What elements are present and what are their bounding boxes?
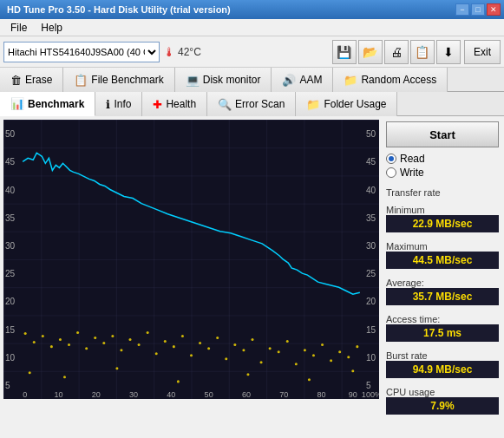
svg-point-53 (199, 342, 201, 344)
tab-error-scan[interactable]: 🔍 Error Scan (207, 92, 296, 116)
average-value: 35.7 MB/sec (386, 288, 499, 305)
svg-point-66 (312, 354, 315, 356)
svg-point-46 (138, 343, 141, 346)
svg-text:100%: 100% (362, 390, 379, 399)
svg-point-34 (33, 341, 36, 343)
help-menu[interactable]: Help (34, 20, 69, 36)
download-icon-button[interactable]: ⬇ (436, 40, 461, 64)
svg-text:25: 25 (366, 269, 376, 278)
svg-point-71 (356, 345, 358, 348)
svg-text:45: 45 (5, 157, 16, 167)
svg-text:30: 30 (366, 241, 376, 251)
print-icon-button[interactable]: 🖨 (384, 40, 409, 64)
tab-aam-label: AAM (299, 74, 322, 86)
svg-point-57 (233, 343, 236, 346)
transfer-rate-label: Transfer rate (386, 187, 499, 198)
average-label: Average: (386, 278, 499, 288)
maximize-button[interactable]: □ (471, 3, 485, 16)
svg-point-76 (246, 373, 249, 376)
svg-text:15: 15 (366, 325, 376, 335)
svg-point-63 (286, 340, 289, 343)
svg-point-62 (278, 350, 280, 353)
burst-rate-stat: Burst rate 94.9 MB/sec (386, 347, 499, 378)
svg-text:10: 10 (366, 353, 376, 363)
svg-point-69 (338, 350, 341, 353)
svg-point-65 (304, 349, 306, 351)
burst-rate-value: 94.9 MB/sec (386, 361, 499, 378)
write-radio-button[interactable] (386, 167, 396, 178)
svg-point-50 (173, 345, 175, 348)
health-icon: ✚ (153, 98, 162, 111)
tab-health[interactable]: ✚ Health (142, 92, 207, 116)
random-access-icon: 📁 (344, 74, 357, 87)
tab-info[interactable]: ℹ Info (95, 92, 142, 116)
main-content: MB/sec ms trial version 50 45 40 35 30 2… (0, 116, 504, 402)
start-button[interactable]: Start (386, 121, 499, 147)
tab-aam[interactable]: 🔊 AAM (272, 68, 333, 92)
right-panel: Start Read Write Transfer rate Minimum 2… (383, 116, 504, 402)
tab-random-access[interactable]: 📁 Random Access (333, 68, 448, 92)
folder-icon-button[interactable]: 📂 (358, 40, 383, 64)
svg-text:40: 40 (5, 186, 16, 195)
exit-button[interactable]: Exit (464, 40, 501, 64)
svg-point-60 (260, 361, 263, 363)
cpu-usage-label: CPU usage (386, 387, 499, 397)
tab-disk-monitor[interactable]: 💻 Disk monitor (175, 68, 272, 92)
svg-text:50: 50 (366, 129, 376, 139)
svg-point-42 (102, 342, 105, 344)
save-icon-button[interactable]: 💾 (332, 40, 357, 64)
svg-text:30: 30 (5, 241, 16, 251)
average-stat: Average: 35.7 MB/sec (386, 274, 499, 305)
svg-text:20: 20 (92, 390, 101, 399)
tab-file-benchmark[interactable]: 📋 File Benchmark (63, 68, 174, 92)
error-scan-icon: 🔍 (218, 98, 232, 111)
copy-icon-button[interactable]: 📋 (410, 40, 435, 64)
svg-text:35: 35 (366, 213, 376, 223)
svg-point-37 (59, 338, 62, 341)
write-radio-item[interactable]: Write (386, 167, 499, 179)
file-menu[interactable]: File (3, 20, 34, 36)
svg-text:35: 35 (5, 213, 16, 223)
minimize-button[interactable]: − (455, 3, 469, 16)
svg-point-38 (68, 343, 70, 346)
tab-erase[interactable]: 🗑 Erase (0, 68, 63, 92)
svg-point-72 (29, 371, 31, 374)
temperature-value: 42°C (178, 46, 201, 58)
minimum-stat: Minimum 22.9 MB/sec (386, 201, 499, 232)
tab-benchmark[interactable]: 📊 Benchmark (0, 92, 95, 116)
temperature-display: 🌡 42°C (163, 45, 201, 59)
tab-random-access-label: Random Access (361, 74, 436, 86)
disk-monitor-icon: 💻 (186, 74, 200, 87)
svg-text:70: 70 (279, 390, 288, 399)
maximum-value: 44.5 MB/sec (386, 252, 499, 269)
read-label: Read (400, 153, 425, 165)
svg-point-33 (24, 332, 27, 335)
app-title: HD Tune Pro 3.50 - Hard Disk Utility (tr… (7, 4, 231, 15)
svg-point-51 (181, 335, 184, 337)
read-radio-button[interactable] (386, 154, 396, 164)
tab-folder-usage[interactable]: 📁 Folder Usage (296, 92, 397, 116)
maximum-label: Maximum (386, 241, 499, 252)
drive-selector[interactable]: Hitachi HTS541640J9SA00 (40 GB) (3, 42, 160, 62)
svg-text:30: 30 (129, 390, 138, 399)
svg-text:5: 5 (366, 381, 371, 390)
title-bar: HD Tune Pro 3.50 - Hard Disk Utility (tr… (0, 0, 504, 19)
svg-point-73 (63, 376, 66, 378)
cpu-usage-stat: CPU usage 7.9% (386, 383, 499, 415)
svg-point-47 (147, 331, 149, 334)
file-benchmark-icon: 📋 (74, 74, 88, 87)
burst-rate-label: Burst rate (386, 350, 499, 361)
svg-text:50: 50 (5, 129, 16, 139)
cpu-usage-value: 7.9% (386, 397, 499, 415)
tab-erase-label: Erase (25, 74, 52, 86)
svg-point-48 (155, 352, 158, 355)
svg-point-36 (50, 345, 53, 348)
close-button[interactable]: ✕ (487, 3, 501, 16)
svg-point-64 (295, 363, 298, 365)
access-time-stat: Access time: 17.5 ms (386, 311, 499, 342)
tab-info-label: Info (114, 98, 131, 110)
svg-text:0: 0 (23, 390, 27, 399)
read-radio-item[interactable]: Read (386, 153, 499, 165)
access-time-value: 17.5 ms (386, 324, 499, 342)
svg-point-70 (347, 356, 350, 358)
